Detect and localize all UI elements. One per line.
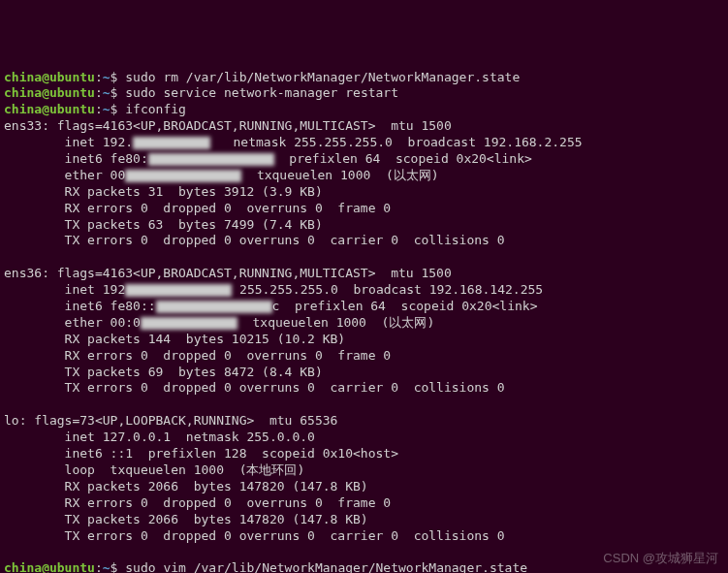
ens36-ether-a: ether 00:0 <box>4 315 141 330</box>
lo-loop: loop txqueuelen 1000 (本地环回) <box>4 462 304 477</box>
ens33-rxe: RX errors 0 dropped 0 overruns 0 frame 0 <box>4 201 391 215</box>
ens36-txe: TX errors 0 dropped 0 overruns 0 carrier… <box>4 380 505 395</box>
prompt-at: @ <box>42 85 49 100</box>
censored-icon <box>133 137 210 149</box>
ens36-ether-b: txqueuelen 1000 (以太网) <box>237 315 434 330</box>
prompt-sep: $ <box>111 70 118 84</box>
ens33-ether-a: ether 00 <box>4 168 125 182</box>
ens36-rxp: RX packets 144 bytes 10215 (10.2 KB) <box>4 332 345 346</box>
ens36-txp: TX packets 69 bytes 8472 (8.4 KB) <box>4 365 323 379</box>
command-2: sudo service network-manager restart <box>125 85 398 100</box>
prompt-user: china <box>4 560 42 573</box>
terminal[interactable]: china@ubuntu:~$ sudo rm /var/lib/Network… <box>4 70 724 573</box>
prompt-path: ~ <box>103 102 111 116</box>
ens36-inet-a: inet 192 <box>4 282 125 297</box>
ens36-inet6-b: c prefixlen 64 scopeid 0x20<link> <box>272 299 538 313</box>
prompt-at: @ <box>42 560 49 573</box>
lo-header: lo: flags=73<UP,LOOPBACK,RUNNING> mtu 65… <box>4 413 337 428</box>
prompt-host: ubuntu <box>49 70 95 84</box>
censored-icon <box>148 153 274 166</box>
prompt-user: china <box>4 102 42 116</box>
prompt-at: @ <box>42 70 49 84</box>
prompt-colon: : <box>95 85 103 100</box>
prompt-at: @ <box>42 102 49 116</box>
prompt-sep: $ <box>111 85 118 100</box>
prompt-user: china <box>4 85 42 100</box>
ens33-ether-b: txqueuelen 1000 (以太网) <box>241 168 438 182</box>
prompt-colon: : <box>95 560 103 573</box>
ens33-txe: TX errors 0 dropped 0 overruns 0 carrier… <box>4 233 505 247</box>
prompt-sep: $ <box>111 560 118 573</box>
prompt-path: ~ <box>103 560 111 573</box>
censored-icon <box>156 301 272 313</box>
censored-icon <box>125 284 232 297</box>
censored-icon <box>125 170 241 182</box>
lo-rxp: RX packets 2066 bytes 147820 (147.8 KB) <box>4 479 368 493</box>
ens33-header: ens33: flags=4163<UP,BROADCAST,RUNNING,M… <box>4 118 452 133</box>
ens33-inet-b: netmask 255.255.255.0 broadcast 192.168.… <box>210 135 583 149</box>
ens36-rxe: RX errors 0 dropped 0 overruns 0 frame 0 <box>4 348 391 363</box>
ens33-inet6-b: prefixlen 64 scopeid 0x20<link> <box>274 151 532 166</box>
ens33-rxp: RX packets 31 bytes 3912 (3.9 KB) <box>4 184 323 199</box>
ens36-inet-b: 255.255.255.0 broadcast 192.168.142.255 <box>232 282 543 297</box>
prompt-colon: : <box>95 70 103 84</box>
lo-rxe: RX errors 0 dropped 0 overruns 0 frame 0 <box>4 495 391 510</box>
prompt-host: ubuntu <box>49 85 95 100</box>
prompt-host: ubuntu <box>49 102 95 116</box>
ens36-header: ens36: flags=4163<UP,BROADCAST,RUNNING,M… <box>4 266 452 280</box>
lo-inet: inet 127.0.0.1 netmask 255.0.0.0 <box>4 430 315 444</box>
lo-inet6: inet6 ::1 prefixlen 128 scopeid 0x10<hos… <box>4 446 398 461</box>
ens33-txp: TX packets 63 bytes 7499 (7.4 KB) <box>4 217 323 232</box>
prompt-host: ubuntu <box>49 560 95 573</box>
ens36-inet6-a: inet6 fe80:: <box>4 299 156 313</box>
prompt-path: ~ <box>103 85 111 100</box>
command-1: sudo rm /var/lib/NetworkManager/NetworkM… <box>125 70 520 84</box>
command-3: ifconfig <box>125 102 186 116</box>
prompt-sep: $ <box>111 102 118 116</box>
lo-txe: TX errors 0 dropped 0 overruns 0 carrier… <box>4 528 505 543</box>
prompt-path: ~ <box>103 70 111 84</box>
ens33-inet-a: inet 192. <box>4 135 133 149</box>
command-4: sudo vim /var/lib/NetworkManager/Network… <box>125 560 527 573</box>
censored-icon <box>141 317 237 330</box>
lo-txp: TX packets 2066 bytes 147820 (147.8 KB) <box>4 512 368 526</box>
ens33-inet6-a: inet6 fe80: <box>4 151 148 166</box>
prompt-user: china <box>4 70 42 84</box>
prompt-colon: : <box>95 102 103 116</box>
